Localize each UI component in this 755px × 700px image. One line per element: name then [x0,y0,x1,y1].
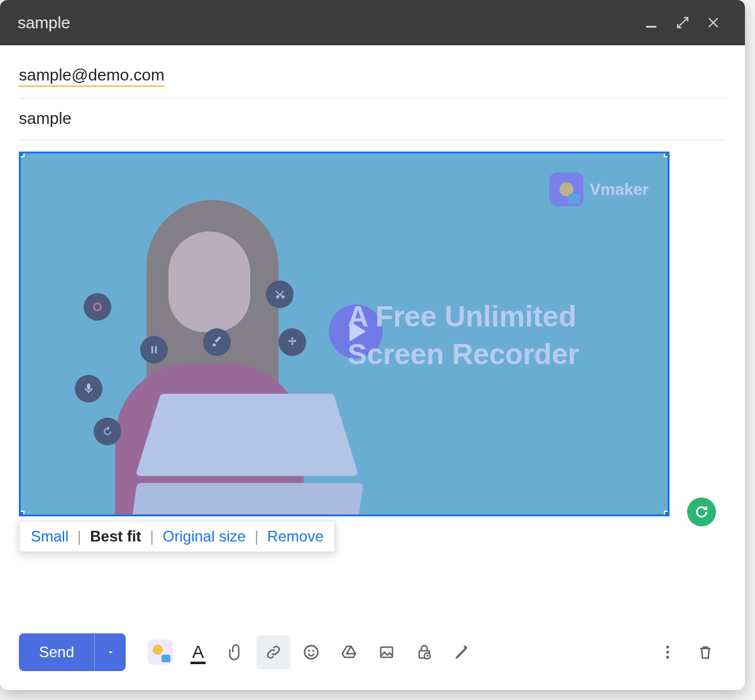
image-remove[interactable]: Remove [265,528,326,545]
minimize-button[interactable] [638,9,664,36]
svg-point-7 [666,646,670,649]
formatting-button[interactable]: A [181,635,215,669]
formatting-icons: A [143,635,651,669]
vmaker-extension-button[interactable] [143,635,177,669]
compose-right-icons [651,635,726,669]
image-icon [378,643,395,661]
insert-drive-button[interactable] [332,635,366,669]
resize-handle-tl[interactable] [19,152,25,157]
trash-icon [697,643,714,661]
insert-link-button[interactable] [256,635,290,669]
caret-down-icon [106,647,116,657]
size-small[interactable]: Small [28,528,71,545]
close-button[interactable] [701,9,727,36]
insert-emoji-button[interactable] [294,635,328,669]
svg-point-8 [666,651,670,654]
confidential-mode-button[interactable] [407,635,441,669]
lock-clock-icon [416,643,433,661]
send-group: Send [19,633,126,671]
image-size-toolbar: Small | Best fit | Original size | Remov… [19,521,335,552]
window-title: sample [18,13,633,33]
compose-window: sample sample@demo.com sample [0,0,745,690]
paperclip-icon [227,643,245,661]
insert-signature-button[interactable] [445,635,479,669]
grammarly-badge[interactable] [687,497,716,526]
vmaker-small-icon [148,640,173,665]
titlebar: sample [0,0,745,45]
send-options-button[interactable] [94,633,126,671]
resize-handle-bl[interactable] [19,511,25,516]
svg-point-3 [312,650,314,652]
size-best-fit[interactable]: Best fit [87,528,143,545]
more-options-button[interactable] [651,635,685,669]
drive-icon [340,643,358,661]
close-icon [707,15,722,30]
compose-toolbar: Send A [0,621,745,690]
header-fields: sample@demo.com sample [0,45,745,140]
svg-rect-0 [646,26,656,28]
insert-photo-button[interactable] [370,635,404,669]
selection-overlay [21,153,668,514]
attach-file-button[interactable] [219,635,253,669]
pen-icon [453,643,471,661]
emoji-icon [302,643,320,661]
resize-handle-br[interactable] [664,511,670,516]
more-vert-icon [659,643,676,661]
fullscreen-button[interactable] [670,9,696,36]
inserted-image[interactable]: A Free Unlimited Screen Recorder Vmaker [19,152,670,516]
svg-point-9 [666,656,670,659]
svg-point-1 [305,646,318,659]
svg-rect-4 [381,647,393,657]
discard-draft-button[interactable] [688,635,722,669]
send-button[interactable]: Send [19,633,94,671]
to-field[interactable]: sample@demo.com [19,55,726,99]
expand-icon [675,15,690,30]
resize-handle-tr[interactable] [664,152,670,157]
link-icon [265,643,282,661]
subject-field[interactable]: sample [19,99,726,140]
size-original[interactable]: Original size [160,528,248,545]
recipient-chip[interactable]: sample@demo.com [19,65,165,87]
minimize-icon [644,15,659,30]
grammarly-icon [693,504,710,520]
message-body[interactable]: A Free Unlimited Screen Recorder Vmaker … [0,140,745,621]
svg-point-2 [308,650,310,652]
